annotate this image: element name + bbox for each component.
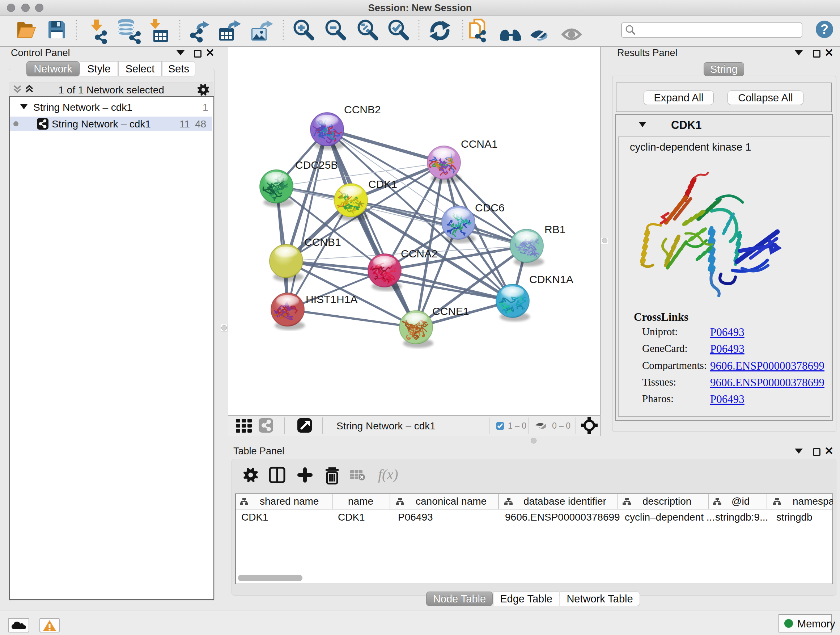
svg-text:CDKN1A: CDKN1A	[529, 273, 573, 285]
svg-text:stringdb:9...: stringdb:9...	[715, 511, 768, 523]
svg-text:9606.ENSP00000378699: 9606.ENSP00000378699	[505, 511, 620, 523]
svg-text:1 – 0: 1 – 0	[508, 421, 526, 431]
svg-text:CCNA2: CCNA2	[401, 248, 438, 260]
svg-text:CCNA1: CCNA1	[461, 138, 498, 150]
svg-text:name: name	[348, 496, 373, 507]
svg-text:database identifier: database identifier	[523, 496, 606, 507]
svg-text:CDK1: CDK1	[368, 178, 397, 190]
svg-text:f(x): f(x)	[378, 466, 398, 483]
svg-text:CCNB1: CCNB1	[304, 236, 341, 248]
svg-text:HIST1H1A: HIST1H1A	[306, 293, 357, 305]
svg-text:P06493: P06493	[398, 511, 433, 523]
svg-text:CDK1: CDK1	[241, 511, 268, 523]
svg-text:stringdb: stringdb	[776, 511, 813, 523]
svg-text:cyclin–dependent ...: cyclin–dependent ...	[625, 511, 715, 523]
svg-text:CDK1: CDK1	[338, 511, 365, 523]
svg-text:String Network – cdk1: String Network – cdk1	[336, 420, 436, 432]
svg-text:RB1: RB1	[545, 223, 565, 235]
svg-text:CCNB2: CCNB2	[344, 103, 381, 116]
svg-text:description: description	[643, 496, 691, 507]
svg-text:canonical name: canonical name	[416, 496, 486, 507]
svg-text:namespace: namespace	[793, 496, 833, 507]
svg-text:CDC6: CDC6	[475, 202, 505, 214]
svg-text:shared name: shared name	[260, 496, 319, 507]
svg-text:CCNE1: CCNE1	[432, 305, 469, 317]
svg-text:0 – 0: 0 – 0	[552, 421, 570, 431]
svg-text:CDC25B: CDC25B	[295, 159, 338, 171]
svg-text:@id: @id	[731, 496, 750, 507]
